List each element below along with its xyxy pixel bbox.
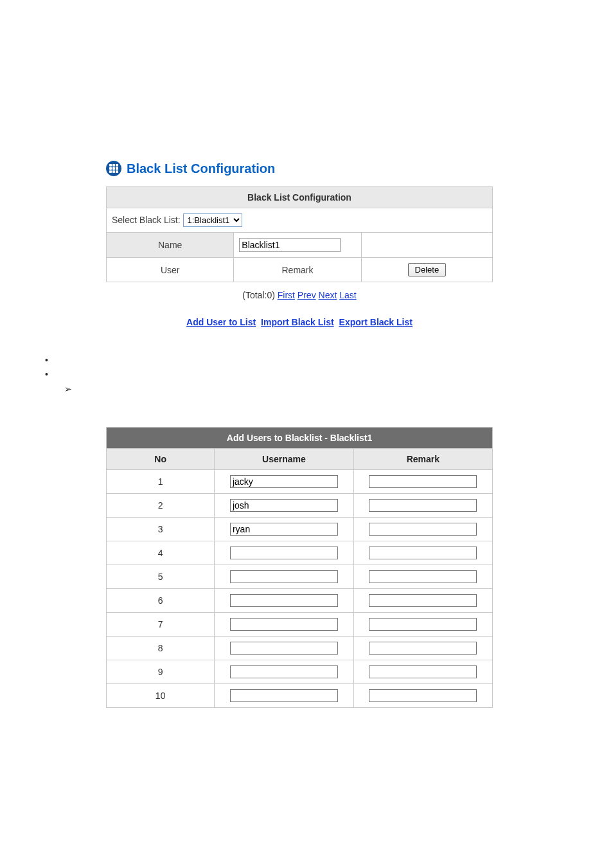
pager: (Total:0) First Prev Next Last <box>106 290 493 300</box>
table-row: 5 <box>107 565 493 589</box>
name-label: Name <box>107 233 234 258</box>
username-input[interactable] <box>230 570 338 583</box>
cell-no: 8 <box>107 637 215 660</box>
cell-no: 5 <box>107 565 215 589</box>
col-username: Username <box>215 449 353 470</box>
cell-remark <box>353 637 492 660</box>
cell-no: 3 <box>107 518 215 541</box>
svg-rect-4 <box>109 167 112 170</box>
select-blacklist-label: Select Black List: <box>112 215 181 225</box>
username-input[interactable] <box>230 499 338 512</box>
blacklist-config-panel: Black List Configuration Black List Conf… <box>106 161 493 327</box>
cell-no: 9 <box>107 660 215 684</box>
cell-remark <box>353 613 492 637</box>
cell-remark <box>353 470 492 494</box>
cell-username <box>215 565 353 589</box>
remark-input[interactable] <box>369 665 477 678</box>
cell-username <box>215 589 353 613</box>
cell-remark <box>353 565 492 589</box>
cell-username <box>215 660 353 684</box>
page-title: Black List Configuration <box>127 161 275 176</box>
config-table: Black List Configuration Select Black Li… <box>106 186 493 282</box>
remark-input[interactable] <box>369 570 477 583</box>
cell-username <box>215 470 353 494</box>
blacklist-name-input[interactable] <box>239 238 341 252</box>
remark-input[interactable] <box>369 594 477 607</box>
cell-remark <box>353 494 492 518</box>
username-input[interactable] <box>230 547 338 559</box>
table-row: 8 <box>107 637 493 660</box>
add-users-panel: Add Users to Blacklist - Blacklist1 No U… <box>106 427 493 708</box>
cell-username <box>215 684 353 708</box>
username-input[interactable] <box>230 523 338 536</box>
cell-no: 7 <box>107 613 215 637</box>
cell-username <box>215 613 353 637</box>
action-links: Add User to List Import Black List Expor… <box>106 317 493 327</box>
col-no: No <box>107 449 215 470</box>
add-user-link[interactable]: Add User to List <box>186 317 256 327</box>
table-row: 3 <box>107 518 493 541</box>
table-row: 10 <box>107 684 493 708</box>
table-row: 2 <box>107 494 493 518</box>
delete-button[interactable]: Delete <box>408 263 447 276</box>
cell-username <box>215 637 353 660</box>
username-input[interactable] <box>230 642 338 655</box>
remark-input[interactable] <box>369 523 477 536</box>
cell-remark <box>353 660 492 684</box>
username-input[interactable] <box>230 689 338 702</box>
cell-username <box>215 518 353 541</box>
remark-input[interactable] <box>369 689 477 702</box>
config-title: Black List Configuration <box>107 187 493 208</box>
cell-no: 4 <box>107 541 215 565</box>
username-input[interactable] <box>230 475 338 488</box>
col-remark: Remark <box>353 449 492 470</box>
pager-next[interactable]: Next <box>319 290 337 300</box>
bullet-marker: • <box>45 367 613 381</box>
svg-rect-3 <box>116 164 118 167</box>
col-user: User <box>107 258 234 282</box>
pager-first[interactable]: First <box>278 290 295 300</box>
pager-total: (Total:0) <box>242 290 275 300</box>
table-row: 6 <box>107 589 493 613</box>
add-users-title: Add Users to Blacklist - Blacklist1 <box>107 428 493 449</box>
pager-prev[interactable]: Prev <box>298 290 316 300</box>
panel-header: Black List Configuration <box>106 161 493 176</box>
pager-last[interactable]: Last <box>339 290 356 300</box>
cell-no: 1 <box>107 470 215 494</box>
table-row: 9 <box>107 660 493 684</box>
username-input[interactable] <box>230 594 338 607</box>
username-input[interactable] <box>230 618 338 631</box>
cell-remark <box>353 541 492 565</box>
bullet-marker: • <box>45 353 613 367</box>
remark-input[interactable] <box>369 618 477 631</box>
remark-input[interactable] <box>369 547 477 559</box>
svg-rect-1 <box>109 164 112 167</box>
cell-no: 10 <box>107 684 215 708</box>
arrow-marker: ➢ <box>64 382 72 396</box>
svg-rect-6 <box>116 167 118 170</box>
name-row-spacer <box>361 233 492 258</box>
blacklist-select[interactable]: 1:Blacklist1 <box>183 213 242 227</box>
table-row: 7 <box>107 613 493 637</box>
svg-rect-9 <box>116 170 118 173</box>
cell-username <box>215 494 353 518</box>
username-input[interactable] <box>230 665 338 678</box>
bullet-list: • • ➢ <box>39 353 613 396</box>
svg-rect-5 <box>112 167 115 170</box>
remark-input[interactable] <box>369 499 477 512</box>
cell-remark <box>353 684 492 708</box>
cell-no: 2 <box>107 494 215 518</box>
remark-input[interactable] <box>369 475 477 488</box>
cell-remark <box>353 518 492 541</box>
cell-no: 6 <box>107 589 215 613</box>
table-row: 1 <box>107 470 493 494</box>
svg-rect-8 <box>112 170 115 173</box>
grid-icon <box>106 161 121 176</box>
svg-rect-7 <box>109 170 112 173</box>
remark-input[interactable] <box>369 642 477 655</box>
import-list-link[interactable]: Import Black List <box>261 317 334 327</box>
cell-username <box>215 541 353 565</box>
export-list-link[interactable]: Export Black List <box>339 317 413 327</box>
cell-remark <box>353 589 492 613</box>
svg-rect-2 <box>112 164 115 167</box>
